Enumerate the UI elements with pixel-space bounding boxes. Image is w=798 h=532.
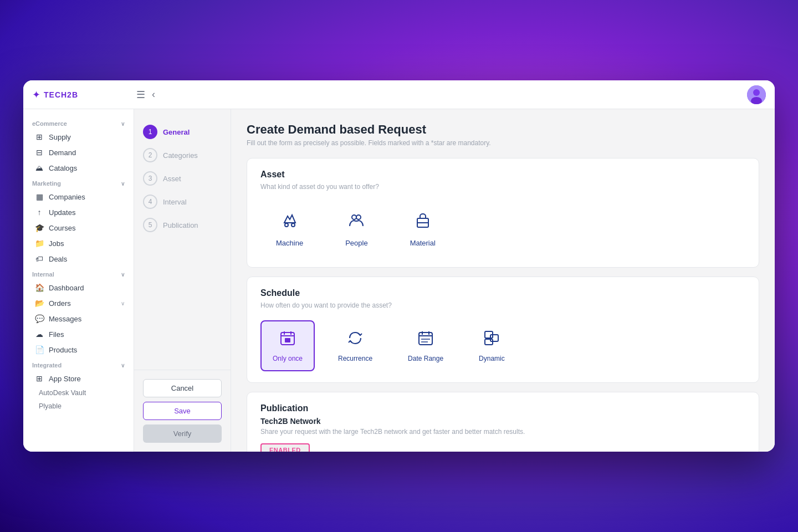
dynamic-label: Dynamic (479, 355, 505, 362)
sidebar-section-ecommerce[interactable]: eCommerce ∨ (23, 116, 134, 129)
deals-icon: 🏷 (34, 254, 44, 263)
schedule-option-recurrence[interactable]: Recurrence (326, 320, 385, 371)
machine-icon (280, 211, 300, 234)
sidebar-sub-plyable[interactable]: Plyable (23, 400, 134, 413)
step-circle-categories: 2 (143, 148, 157, 162)
network-title: Tech2B Network (260, 417, 745, 426)
step-publication[interactable]: 5 Publication (143, 213, 222, 237)
cancel-button[interactable]: Cancel (143, 379, 222, 397)
user-avatar[interactable] (747, 85, 766, 104)
step-interval[interactable]: 4 Interval (143, 190, 222, 213)
sidebar-item-updates[interactable]: ↑ Updates (23, 204, 134, 220)
asset-options: Machine People (260, 202, 745, 256)
svg-rect-23 (485, 339, 493, 345)
demand-icon: ⊟ (34, 148, 44, 157)
main-layout: eCommerce ∨ ⊞ Supply ⊟ Demand ⛰ Catalogs… (23, 109, 775, 452)
stepper-area: 1 General 2 Categories 3 Asset (134, 109, 231, 370)
step-circle-interval: 4 (143, 195, 157, 209)
sidebar-item-catalogs[interactable]: ⛰ Catalogs (23, 160, 134, 176)
marketing-chevron: ∨ (121, 181, 125, 187)
sidebar-item-jobs[interactable]: 📁 Jobs (23, 236, 134, 251)
publication-card-title: Publication (260, 403, 745, 413)
sidebar-item-companies[interactable]: ▦ Companies (23, 189, 134, 204)
schedule-option-once[interactable]: Only once (260, 320, 315, 371)
step-asset[interactable]: 3 Asset (143, 167, 222, 190)
step-circle-general: 1 (143, 125, 157, 139)
sidebar-section-marketing[interactable]: Marketing ∨ (23, 176, 134, 189)
network-subtitle: Share your request with the large Tech2B… (260, 428, 745, 436)
back-icon[interactable]: ‹ (152, 89, 155, 100)
sidebar-item-deals[interactable]: 🏷 Deals (23, 251, 134, 267)
top-bar: ✦ TECH2B ☰ ‹ (23, 80, 775, 109)
schedule-option-daterange[interactable]: Date Range (396, 320, 456, 371)
left-panel: 1 General 2 Categories 3 Asset (134, 109, 231, 452)
schedule-card-title: Schedule (260, 288, 745, 298)
logo-icon: ✦ (32, 89, 40, 101)
sidebar-item-app-store[interactable]: ⊞ App Store (23, 371, 134, 386)
sidebar-section-integrated[interactable]: Integrated ∨ (23, 357, 134, 371)
svg-rect-15 (419, 332, 432, 345)
save-button[interactable]: Save (143, 402, 222, 420)
courses-icon: 🎓 (34, 223, 44, 232)
sidebar: eCommerce ∨ ⊞ Supply ⊟ Demand ⛰ Catalogs… (23, 109, 134, 452)
people-icon (346, 211, 366, 234)
logo-area: ✦ TECH2B (32, 89, 132, 101)
sidebar-item-supply[interactable]: ⊞ Supply (23, 129, 134, 145)
schedule-options: Only once Recurrence (260, 320, 745, 371)
publication-card: Publication Tech2B Network Share your re… (247, 392, 759, 452)
companies-icon: ▦ (34, 192, 44, 201)
sidebar-item-courses[interactable]: 🎓 Courses (23, 220, 134, 236)
asset-card: Asset What kind of asset do you want to … (247, 158, 759, 268)
content-area: Create Demand based Request Fill out the… (231, 109, 775, 452)
step-categories[interactable]: 2 Categories (143, 144, 222, 167)
sidebar-item-files[interactable]: ☁ Files (23, 326, 134, 342)
step-label-asset: Asset (163, 175, 181, 183)
step-circle-asset: 3 (143, 171, 157, 186)
svg-point-3 (285, 223, 288, 227)
sidebar-item-dashboard[interactable]: 🏠 Dashboard (23, 280, 134, 295)
jobs-icon: 📁 (34, 239, 44, 248)
material-icon (413, 211, 433, 234)
ecommerce-chevron: ∨ (121, 121, 125, 127)
asset-card-title: Asset (260, 170, 745, 180)
app-store-icon: ⊞ (34, 374, 44, 383)
svg-point-7 (356, 215, 361, 219)
asset-option-machine[interactable]: Machine (260, 202, 319, 256)
asset-card-subtitle: What kind of asset do you want to offer? (260, 183, 745, 191)
people-label: People (345, 239, 367, 247)
schedule-option-dynamic[interactable]: Dynamic (467, 320, 517, 371)
sidebar-item-orders[interactable]: 📂 Orders ∨ (23, 295, 134, 311)
logo-text: TECH2B (44, 90, 78, 99)
asset-option-people[interactable]: People (330, 202, 383, 256)
sidebar-item-messages[interactable]: 💬 Messages (23, 311, 134, 326)
step-label-interval: Interval (163, 198, 187, 206)
enabled-badge[interactable]: ENABLED (260, 443, 310, 452)
svg-point-1 (753, 89, 760, 96)
sidebar-sub-autodesk-vault[interactable]: AutoDesk Vault (23, 386, 134, 400)
svg-point-6 (352, 215, 356, 219)
catalogs-icon: ⛰ (34, 163, 44, 172)
asset-option-material[interactable]: Material (395, 202, 451, 256)
verify-button[interactable]: Verify (143, 424, 222, 443)
stepper-buttons: Cancel Save Verify (134, 370, 231, 452)
sidebar-section-internal[interactable]: Internal ∨ (23, 267, 134, 280)
material-label: Material (410, 239, 436, 247)
once-icon (279, 329, 296, 350)
step-circle-publication: 5 (143, 218, 157, 232)
schedule-card-subtitle: How often do you want to provide the ass… (260, 301, 745, 309)
step-label-publication: Publication (163, 221, 198, 229)
orders-chevron: ∨ (121, 300, 125, 306)
sidebar-item-products[interactable]: 📄 Products (23, 342, 134, 357)
page-subtitle: Fill out the form as precisely as possib… (247, 139, 759, 147)
menu-icon[interactable]: ☰ (136, 89, 145, 101)
recurrence-label: Recurrence (338, 355, 372, 362)
dynamic-icon (483, 329, 500, 350)
page-title: Create Demand based Request (247, 122, 759, 137)
top-bar-icons: ☰ ‹ (136, 89, 155, 101)
step-general[interactable]: 1 General (143, 120, 222, 144)
messages-icon: 💬 (34, 314, 44, 323)
sidebar-item-demand[interactable]: ⊟ Demand (23, 145, 134, 160)
updates-icon: ↑ (34, 208, 44, 217)
once-label: Only once (273, 355, 303, 362)
daterange-label: Date Range (408, 355, 443, 362)
